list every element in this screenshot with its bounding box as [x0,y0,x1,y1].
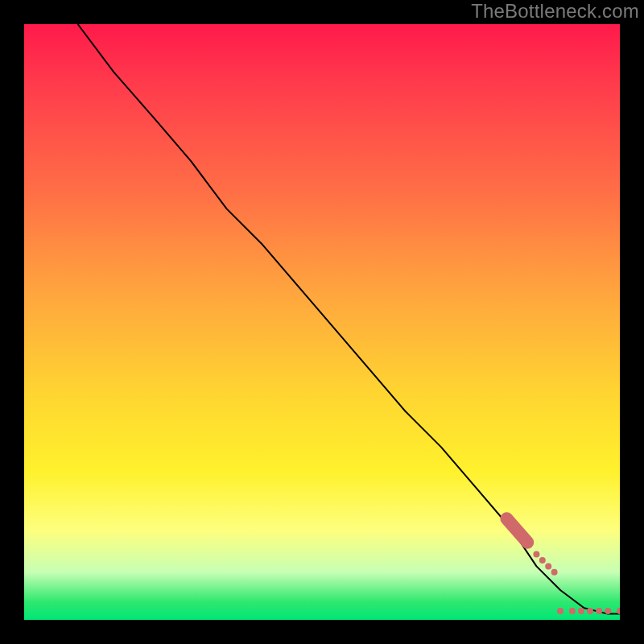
svg-point-1 [503,515,510,522]
plot-area [24,24,620,620]
svg-point-7 [533,551,539,558]
chart-overlay [24,24,620,620]
svg-point-3 [513,527,519,534]
svg-point-16 [605,608,611,614]
svg-point-9 [545,563,551,569]
watermark-text: TheBottleneck.com [471,0,639,23]
svg-point-6 [524,539,530,546]
svg-point-13 [578,608,584,614]
chart-frame: TheBottleneck.com [0,0,644,644]
svg-point-8 [539,557,546,564]
curve-line [78,24,620,614]
svg-point-10 [551,569,558,576]
svg-point-15 [596,608,602,614]
svg-point-11 [557,608,564,614]
svg-point-12 [569,608,576,614]
svg-point-14 [587,608,593,614]
